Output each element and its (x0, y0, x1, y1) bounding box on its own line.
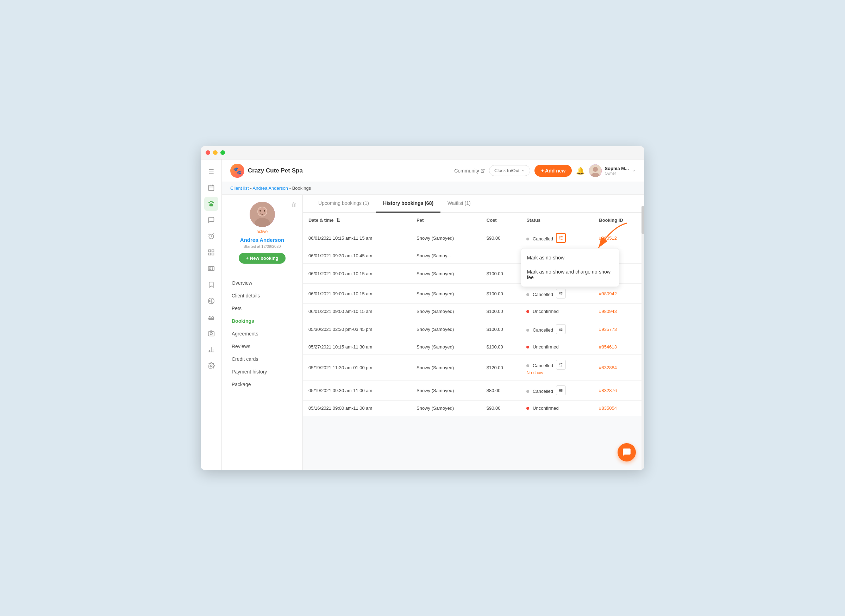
table-row: 06/01/2021 09:30 am-10:45 am Snowy (Samo… (303, 248, 644, 264)
left-panel: 🗑 (222, 195, 303, 470)
svg-line-27 (483, 169, 484, 171)
svg-point-65 (559, 364, 560, 365)
brand: 🐾 Crazy Cute Pet Spa (230, 164, 449, 178)
bookmark-icon[interactable] (204, 278, 218, 292)
cell-booking-id: #980512 (593, 228, 644, 248)
nav-item-payment-history[interactable]: Payment history (222, 365, 302, 378)
app-body: ☰ (201, 160, 644, 470)
table-row: 05/16/2021 09:00 am-11:00 am Snowy (Samo… (303, 400, 644, 416)
cell-cost: $100.00 (481, 319, 521, 339)
col-status: Status (521, 213, 593, 228)
alarm-icon[interactable] (204, 229, 218, 243)
booking-id-link[interactable]: #835054 (599, 405, 617, 411)
minimize-button[interactable] (213, 150, 217, 155)
status-dot (527, 390, 529, 393)
cell-status: Unconfirmed (521, 400, 593, 416)
scrollbar-track[interactable] (641, 206, 644, 470)
svg-point-42 (561, 239, 563, 240)
cell-status: Unconfirmed (521, 304, 593, 319)
scrollbar-thumb[interactable] (641, 206, 644, 234)
add-new-button[interactable]: + Add new (534, 165, 572, 177)
paw-icon[interactable] (204, 197, 218, 211)
sort-icon[interactable]: ⇅ (336, 217, 340, 223)
brand-logo: 🐾 (230, 164, 244, 178)
delete-button[interactable]: 🗑 (291, 202, 297, 208)
notification-icon[interactable]: 🔔 (576, 167, 585, 175)
col-datetime: Date & time ⇅ (303, 213, 411, 228)
breadcrumb-client-list[interactable]: Client list (230, 185, 249, 191)
dollar-icon[interactable] (204, 294, 218, 308)
new-booking-button[interactable]: + New booking (239, 253, 285, 264)
nav-item-credit-cards[interactable]: Credit cards (222, 353, 302, 365)
header-actions: Community Clock In/Out + Add new 🔔 (454, 164, 636, 177)
booking-id-link[interactable]: #832876 (599, 388, 617, 393)
community-button[interactable]: Community (454, 168, 485, 173)
svg-point-58 (561, 327, 562, 329)
nav-item-bookings[interactable]: Bookings (222, 315, 302, 327)
crown-icon[interactable] (204, 310, 218, 324)
nav-item-overview[interactable]: Overview (222, 277, 302, 289)
booking-settings-button[interactable] (556, 289, 566, 299)
status-dot (527, 293, 529, 296)
nav-item-package[interactable]: Package (222, 378, 302, 391)
tab-history[interactable]: History bookings (68) (376, 195, 440, 213)
camera-icon[interactable] (204, 326, 218, 340)
dropdown-mark-no-show-charge[interactable]: Mark as no-show and charge no-show fee (521, 265, 619, 285)
close-button[interactable] (205, 150, 210, 155)
cell-datetime: 05/27/2021 10:15 am-11:30 am (303, 339, 411, 355)
booking-settings-button[interactable] (556, 233, 566, 243)
client-name[interactable]: Andrea Anderson (240, 237, 284, 243)
nav-item-reviews[interactable]: Reviews (222, 340, 302, 353)
maximize-button[interactable] (220, 150, 225, 155)
tab-upcoming[interactable]: Upcoming bookings (1) (311, 195, 376, 213)
cell-status: Cancelled (521, 228, 593, 248)
cell-cost: $100.00 (481, 304, 521, 319)
chart-icon[interactable] (204, 343, 218, 356)
cell-pet: Snowy (Samoyed) (411, 380, 481, 400)
cell-status: Cancelled (521, 319, 593, 339)
chat-bubble-button[interactable] (618, 443, 636, 462)
booking-settings-button[interactable] (556, 324, 566, 334)
nav-item-client-details[interactable]: Client details (222, 289, 302, 302)
booking-id-link[interactable]: #980943 (599, 309, 617, 314)
cell-cost: $100.00 (481, 264, 521, 284)
booking-id-link[interactable]: #935773 (599, 327, 617, 332)
booking-id-link[interactable]: #854613 (599, 344, 617, 349)
status-text: Cancelled (533, 389, 553, 394)
svg-rect-11 (208, 250, 211, 252)
table-row: 05/30/2021 02:30 pm-03:45 pm Snowy (Samo… (303, 319, 644, 339)
grid-icon[interactable] (204, 245, 218, 260)
calendar-icon[interactable] (204, 180, 218, 195)
booking-id-link[interactable]: #980512 (599, 236, 617, 241)
cell-datetime: 05/19/2021 11:30 am-01:00 pm (303, 355, 411, 380)
chat-icon[interactable] (204, 213, 218, 227)
cell-cost: $90.00 (481, 228, 521, 248)
svg-point-71 (559, 390, 560, 391)
content-area: 🗑 (222, 195, 644, 470)
user-info[interactable]: Sophia M... Owner (589, 164, 636, 177)
cell-pet: Snowy (Samoyed) (411, 319, 481, 339)
user-role: Owner (604, 171, 629, 175)
svg-point-41 (559, 237, 560, 239)
dropdown-mark-no-show[interactable]: Mark as no-show (521, 251, 619, 265)
bookings-table: Date & time ⇅ Pet Cost Status Booking ID (303, 213, 644, 416)
settings-icon[interactable] (204, 359, 218, 373)
tab-waitlist[interactable]: Waitlist (1) (440, 195, 478, 213)
svg-point-36 (264, 210, 265, 211)
nav-item-agreements[interactable]: Agreements (222, 327, 302, 340)
svg-point-70 (561, 389, 562, 390)
svg-point-59 (559, 329, 560, 330)
booking-id-link[interactable]: #980942 (599, 291, 617, 296)
bookings-table-area: Date & time ⇅ Pet Cost Status Booking ID (303, 213, 644, 470)
menu-icon[interactable]: ☰ (204, 164, 218, 179)
cell-datetime: 05/19/2021 09:30 am-11:00 am (303, 380, 411, 400)
nav-item-pets[interactable]: Pets (222, 302, 302, 315)
breadcrumb-client[interactable]: Andrea Anderson (253, 185, 288, 191)
svg-point-40 (561, 236, 563, 238)
booking-settings-button[interactable] (556, 386, 566, 395)
booking-settings-button[interactable] (556, 360, 566, 370)
clock-in-out-button[interactable]: Clock In/Out (489, 165, 531, 176)
booking-id-link[interactable]: #832884 (599, 365, 617, 370)
id-card-icon[interactable] (204, 261, 218, 276)
cell-pet: Snowy (Samoyed) (411, 304, 481, 319)
